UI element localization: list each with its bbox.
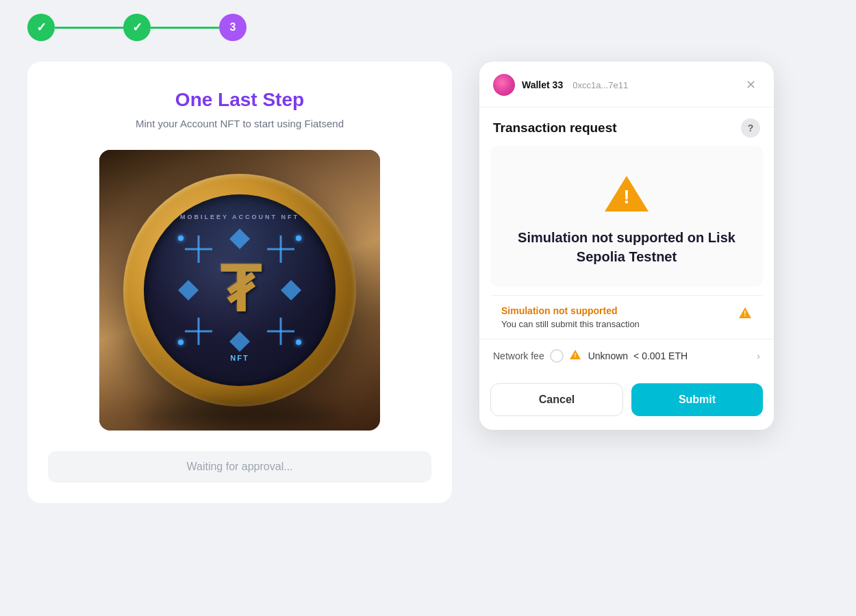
simulation-area: ! Simulation not supported on Lisk Sepol… xyxy=(490,146,763,287)
main-content: One Last Step Mint your Account NFT to s… xyxy=(0,55,856,616)
step-line-1 xyxy=(55,27,123,29)
wallet-name: Wallet 33 xyxy=(522,79,563,90)
modal-title-row: Transaction request ? xyxy=(479,107,774,146)
circuit-dot xyxy=(178,339,184,345)
fee-value: Unknown xyxy=(588,350,628,361)
warning-small-icon: ! xyxy=(738,307,752,322)
waiting-badge: Waiting for approval... xyxy=(48,451,431,483)
modal-actions: Cancel Submit xyxy=(479,372,774,430)
modal-header: Wallet 33 0xcc1a...7e11 ✕ xyxy=(479,62,774,107)
fee-warning-icon: ! xyxy=(569,349,581,363)
coin-outer: MOBILEEY ACCOUNT NFT ₮ NFT xyxy=(123,174,356,407)
coin-text-bottom: NFT xyxy=(230,354,249,362)
wallet-address: 0xcc1a...7e11 xyxy=(572,80,628,90)
modal-title: Transaction request xyxy=(493,120,617,136)
nft-shadow xyxy=(137,403,342,431)
nft-image-container: MOBILEEY ACCOUNT NFT ₮ NFT xyxy=(99,150,380,431)
warning-banner: Simulation not supported You can still s… xyxy=(490,295,763,339)
progress-bar: 3 xyxy=(0,0,856,55)
circuit-dot xyxy=(178,235,184,241)
svg-text:!: ! xyxy=(744,310,746,318)
step-2-circle xyxy=(123,14,151,41)
help-button[interactable]: ? xyxy=(741,118,760,138)
circuit-dot xyxy=(296,339,301,345)
main-card: One Last Step Mint your Account NFT to s… xyxy=(27,62,452,503)
fee-circle-icon xyxy=(550,349,564,363)
warning-triangle-icon: ! xyxy=(603,173,651,214)
svg-text:!: ! xyxy=(574,352,576,359)
page-title: One Last Step xyxy=(175,89,304,111)
submit-button[interactable]: Submit xyxy=(631,383,763,416)
coin-inner: MOBILEEY ACCOUNT NFT ₮ NFT xyxy=(144,194,336,386)
svg-text:!: ! xyxy=(623,186,629,207)
fee-eth: < 0.001 ETH xyxy=(633,350,688,361)
warning-left: Simulation not supported You can still s… xyxy=(501,305,640,329)
wallet-info: Wallet 33 0xcc1a...7e11 xyxy=(493,74,628,96)
circuit-dot xyxy=(296,235,301,241)
wallet-modal: Wallet 33 0xcc1a...7e11 ✕ Transaction re… xyxy=(479,62,774,430)
step-1-circle xyxy=(27,14,55,41)
wallet-avatar xyxy=(493,74,515,96)
step-line-2 xyxy=(151,27,219,29)
coin-text-top: MOBILEEY ACCOUNT NFT xyxy=(180,214,299,220)
step-3-circle: 3 xyxy=(219,14,247,41)
fee-chevron-icon: › xyxy=(757,350,760,361)
left-panel: One Last Step Mint your Account NFT to s… xyxy=(27,62,452,589)
right-panel: Wallet 33 0xcc1a...7e11 ✕ Transaction re… xyxy=(479,62,774,589)
network-fee-row[interactable]: Network fee ! Unknown < 0.001 ETH › xyxy=(479,339,774,372)
close-button[interactable]: ✕ xyxy=(741,75,760,94)
page-subtitle: Mint your Account NFT to start using Fia… xyxy=(136,118,344,129)
fee-label: Network fee xyxy=(493,350,544,361)
simulation-title: Simulation not supported on Lisk Sepolia… xyxy=(504,228,749,266)
warning-desc: You can still submit this transaction xyxy=(501,319,640,329)
warning-label: Simulation not supported xyxy=(501,305,640,316)
cancel-button[interactable]: Cancel xyxy=(490,383,623,416)
